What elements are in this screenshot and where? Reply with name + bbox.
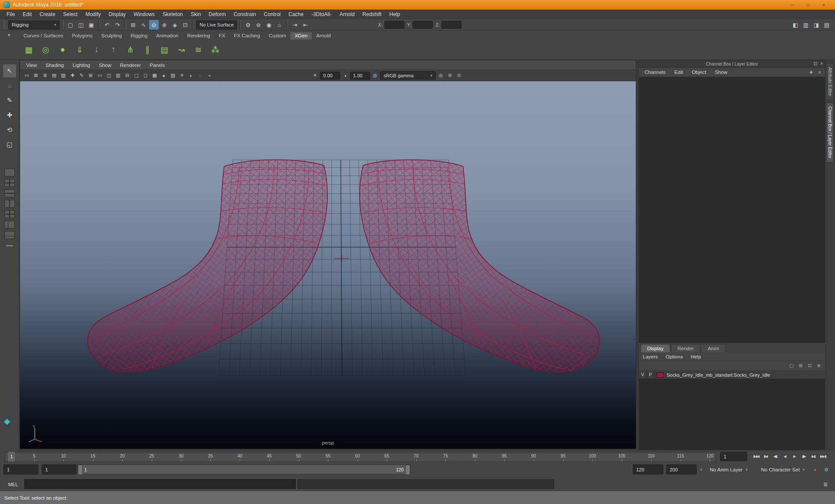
- animation-preferences-icon[interactable]: ⚙: [822, 466, 831, 474]
- menu-display[interactable]: Display: [105, 10, 130, 19]
- select-tool[interactable]: ↖: [3, 64, 16, 77]
- command-result-field[interactable]: [297, 479, 554, 489]
- lights-icon[interactable]: ☀: [178, 71, 186, 80]
- panel-menu-show[interactable]: Show: [94, 63, 116, 68]
- shelf-tab-xgen[interactable]: XGen: [291, 32, 312, 40]
- maximize-button[interactable]: □: [800, 0, 816, 10]
- xgen-comb-icon[interactable]: ∥: [140, 42, 155, 57]
- shelf-tab-rigging[interactable]: Rigging: [126, 32, 152, 40]
- play-backward-button[interactable]: ◀: [780, 452, 789, 461]
- view-transform-dropdown[interactable]: sRGB gamma ▾: [380, 71, 436, 80]
- bookmarks-icon[interactable]: ▤: [50, 71, 58, 80]
- menu-redshift[interactable]: Redshift: [358, 10, 385, 19]
- menu-file[interactable]: File: [3, 10, 19, 19]
- textured-mode-icon[interactable]: ▨: [169, 71, 177, 80]
- menu-set-dropdown[interactable]: Rigging ▾: [8, 20, 60, 30]
- resolution-gate-icon[interactable]: ◫: [105, 71, 113, 80]
- rotate-tool[interactable]: ⟲: [3, 123, 16, 136]
- undo-icon[interactable]: ↶: [102, 20, 112, 30]
- shadows-icon[interactable]: ◐: [187, 71, 195, 80]
- animation-end-field[interactable]: 200: [666, 464, 697, 474]
- menu-skin[interactable]: Skin: [187, 10, 205, 19]
- snap-to-grid-icon[interactable]: ⊞: [128, 20, 138, 30]
- xgen-description-editor-icon[interactable]: ▦: [21, 42, 37, 57]
- shelf-tab-fx-caching[interactable]: FX Caching: [230, 32, 264, 40]
- camera-attributes-icon[interactable]: ≣: [41, 71, 49, 80]
- redo-icon[interactable]: ↷: [113, 20, 122, 30]
- shaded-mode-icon[interactable]: ●: [160, 71, 168, 80]
- snap-to-curve-icon[interactable]: ∿: [139, 20, 148, 30]
- exposure-field[interactable]: 0.00: [320, 72, 340, 80]
- exposure-icon[interactable]: ☀: [311, 71, 319, 80]
- xray-icon[interactable]: ⊘: [446, 71, 454, 80]
- gamma-icon[interactable]: ◑: [341, 71, 349, 80]
- channel-menu-object[interactable]: Object: [688, 70, 710, 75]
- layout-outliner-persp-button[interactable]: [4, 221, 15, 229]
- menu-help[interactable]: Help: [385, 10, 404, 19]
- field-chart-icon[interactable]: ⊟: [123, 71, 131, 80]
- snap-to-projected-center-icon[interactable]: ⊕: [160, 20, 169, 30]
- xgen-density-icon[interactable]: ▤: [157, 42, 172, 57]
- empty-layer-icon[interactable]: ▢: [788, 362, 795, 369]
- ssao-icon[interactable]: ◌: [196, 71, 204, 80]
- film-gate-icon[interactable]: ▭: [96, 71, 104, 80]
- panel-menu-view[interactable]: View: [22, 63, 41, 68]
- layer-list[interactable]: V P Socks_Grey_Idle_mb_standart:Socks_Gr…: [639, 371, 825, 450]
- lasso-select-tool[interactable]: ◌: [3, 79, 16, 92]
- xgen-import-icon[interactable]: ↑: [106, 42, 121, 57]
- layer-tab-display[interactable]: Display: [641, 344, 670, 352]
- safe-title-icon[interactable]: ◻: [141, 71, 150, 80]
- close-button[interactable]: ×: [816, 0, 832, 10]
- panel-tab-attribute-editor[interactable]: Attribute Editor: [827, 63, 834, 100]
- grid-toggle-icon[interactable]: ⊞: [87, 71, 95, 80]
- render-icon[interactable]: ⊚: [254, 20, 263, 30]
- new-scene-icon[interactable]: ▢: [66, 20, 75, 30]
- animation-start-field[interactable]: 1: [3, 464, 38, 474]
- open-scene-icon[interactable]: ◫: [76, 20, 86, 30]
- playback-start-field[interactable]: 1: [42, 464, 77, 474]
- menu-edit[interactable]: Edit: [19, 10, 36, 19]
- xgen-sprinkle-icon[interactable]: ⁂: [207, 42, 223, 57]
- layer-menu-help[interactable]: Help: [687, 354, 705, 359]
- safe-action-icon[interactable]: ▢: [132, 71, 140, 80]
- command-language-toggle[interactable]: MEL: [3, 480, 23, 489]
- shelf-tab-animation[interactable]: Animation: [152, 32, 183, 40]
- step-back-key-button[interactable]: ▮◀: [761, 452, 770, 461]
- snap-to-view-plane-icon[interactable]: ◈: [170, 20, 180, 30]
- statusline-grip[interactable]: [3, 20, 6, 29]
- step-forward-key-button[interactable]: ▶▮: [809, 452, 818, 461]
- shelf-tab-custom[interactable]: Custom: [264, 32, 291, 40]
- scale-tool[interactable]: ◱: [3, 138, 16, 151]
- current-time-marker[interactable]: 1: [8, 452, 15, 461]
- menu-modify[interactable]: Modify: [81, 10, 104, 19]
- menu-select[interactable]: Select: [59, 10, 81, 19]
- channel-list-area[interactable]: [639, 77, 825, 343]
- panel-tab-channel-box[interactable]: Channel Box / Layer Editor: [827, 103, 834, 162]
- new-layer-icon[interactable]: ⊞: [797, 362, 804, 369]
- grease-pencil-icon[interactable]: ✎: [77, 71, 86, 80]
- wireframe-mode-icon[interactable]: ▦: [150, 71, 159, 80]
- new-layer-from-selected-icon[interactable]: ⊡: [806, 362, 813, 369]
- layout-two-pane-stacked-button[interactable]: [4, 189, 15, 197]
- render-settings-icon[interactable]: ⌂: [274, 20, 284, 30]
- xgen-export-icon[interactable]: ↓: [89, 42, 104, 57]
- step-forward-frame-button[interactable]: ▮▶: [799, 452, 808, 461]
- menu-3dtoall[interactable]: -3DtoAll-: [307, 10, 336, 19]
- channel-manipulator-icon[interactable]: ✚: [808, 69, 815, 76]
- motion-blur-icon[interactable]: ≈: [205, 71, 214, 80]
- menu-skeleton[interactable]: Skeleton: [159, 10, 187, 19]
- layer-tab-render[interactable]: Render: [671, 344, 701, 352]
- menu-constrain[interactable]: Constrain: [230, 10, 260, 19]
- lock-camera-icon[interactable]: ⊠: [32, 71, 40, 80]
- tool-settings-toggle-icon[interactable]: ◨: [812, 20, 821, 30]
- input-connection-icon[interactable]: ⇥: [290, 20, 300, 30]
- layer-playback-toggle[interactable]: P: [647, 371, 655, 379]
- channel-box-toggle-icon[interactable]: ▤: [822, 20, 832, 30]
- move-tool[interactable]: ✚: [3, 109, 16, 122]
- layer-row[interactable]: V P Socks_Grey_Idle_mb_standart:Socks_Gr…: [639, 371, 825, 379]
- construction-history-icon[interactable]: ⚙: [243, 20, 253, 30]
- play-forward-button[interactable]: ▶: [790, 452, 799, 461]
- gate-mask-icon[interactable]: ▥: [114, 71, 122, 80]
- color-management-icon[interactable]: ◍: [371, 71, 379, 80]
- attribute-editor-toggle-icon[interactable]: ▥: [801, 20, 811, 30]
